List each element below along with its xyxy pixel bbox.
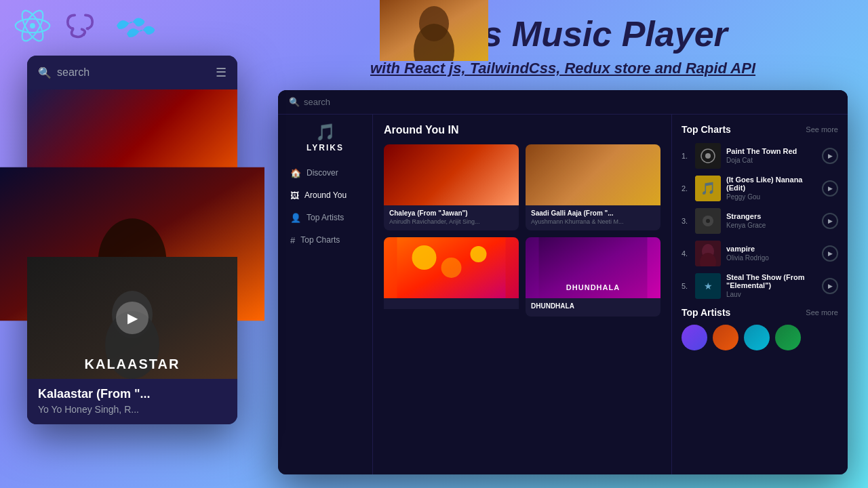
nav-top-charts-label: Top Charts	[300, 235, 340, 245]
logo-text: LYRIKS	[307, 143, 344, 152]
svg-point-24	[441, 258, 462, 278]
chart-num-5: 5.	[682, 282, 690, 290]
charts-panel: Top Charts See more 1. Paint The Tow	[671, 115, 848, 474]
artist-avatar-2[interactable]	[713, 325, 738, 350]
chart-item-1: 1. Paint The Town Red Doja Cat ▶	[682, 143, 838, 169]
chart-info-1: Paint The Town Red Doja Cat	[726, 147, 816, 164]
logo-area: 🎵 LYRIKS	[278, 123, 372, 163]
saadi-title: Saadi Galli Aaja (From "...	[531, 209, 655, 217]
svg-text:★: ★	[704, 281, 713, 291]
kalaastar-album-art: KALAASTAR ▶	[27, 257, 237, 379]
chart-play-1[interactable]: ▶	[822, 148, 838, 164]
app-window: 🔍 search 🎵 LYRIKS 🏠 Discover 🖼	[278, 90, 848, 474]
chart-info-5: Steal The Show (From "Elemental") Lauv	[726, 273, 816, 298]
dhundhala-title: DHUNDHALA	[531, 302, 655, 310]
chaleya-art: CHALEYA	[384, 144, 519, 205]
chart-artist-2: Peggy Gou	[726, 193, 816, 201]
chart-play-2[interactable]: ▶	[822, 180, 838, 197]
dhundhala-art: DHUNDHALA	[526, 237, 660, 298]
nav-discover[interactable]: 🏠 Discover	[283, 163, 367, 183]
chart-num-3: 3.	[682, 217, 690, 225]
top-artists-title: Top Artists	[682, 307, 730, 318]
chart-item-3: 3. Strangers Kenya Grace ▶	[682, 208, 838, 234]
svg-point-25	[471, 246, 487, 262]
chart-thumb-1	[695, 143, 721, 169]
top-charts-title: Top Charts	[682, 124, 731, 135]
song-card-dhundhala[interactable]: DHUNDHALA DHUNDHALA	[526, 237, 660, 317]
saadi-art	[526, 144, 660, 205]
nav-top-artists[interactable]: 👤 Top Artists	[283, 208, 367, 228]
artists-row	[682, 325, 838, 350]
search-placeholder: search	[304, 97, 330, 107]
strangers-album-art	[27, 89, 237, 211]
svg-text:KALAASTAR: KALAASTAR	[85, 357, 180, 371]
play-button[interactable]: ▶	[116, 302, 149, 334]
chart-artist-4: Olivia Rodrigo	[726, 254, 816, 262]
app-body: 🎵 LYRIKS 🏠 Discover 🖼 Around You 👤 Top A…	[278, 115, 848, 474]
svg-point-35	[706, 219, 710, 223]
around-you-icon: 🖼	[290, 190, 299, 201]
top-artists-icon: 👤	[290, 213, 301, 223]
app-search-bar[interactable]: 🔍 search	[289, 97, 330, 107]
nav-discover-label: Discover	[307, 168, 338, 178]
artist-avatar-1[interactable]	[682, 325, 707, 350]
chart-title-5: Steal The Show (From "Elemental")	[726, 273, 816, 289]
chart-thumb-4	[695, 241, 721, 266]
top-charts-icon: #	[290, 235, 295, 245]
chaleya-title: Chaleya (From "Jawan")	[389, 209, 513, 217]
song-card-saadi[interactable]: Saadi Galli Aaja (From "... Ayushmann Kh…	[526, 144, 660, 230]
charts-see-more[interactable]: See more	[806, 125, 838, 134]
chaleya-artist: Anirudh Ravichander, Arijit Sing...	[389, 218, 513, 225]
main-content: Around You IN	[373, 115, 671, 474]
songs-grid: CHALEYA Chaleya (From "Jawan") Anirudh R…	[384, 144, 660, 317]
chart-artist-5: Lauv	[726, 291, 816, 298]
svg-text:🎵: 🎵	[701, 181, 716, 196]
song-card-bottom1[interactable]	[384, 237, 519, 317]
dhundhala-info: DHUNDHALA	[526, 298, 660, 317]
svg-text:DHUNDHALA: DHUNDHALA	[566, 283, 620, 291]
saadi-artist: Ayushmann Khurrana & Neeti M...	[531, 218, 655, 225]
section-title: Around You IN	[384, 124, 660, 136]
app-top-bar: 🔍 search	[278, 90, 848, 115]
chart-info-2: (It Goes Like) Nanana (Edit) Peggy Gou	[726, 176, 816, 201]
discover-icon: 🏠	[290, 168, 301, 178]
chart-item-2: 2. 🎵 (It Goes Like) Nanana (Edit) Peggy …	[682, 176, 838, 201]
chart-title-3: Strangers	[726, 212, 816, 220]
chart-info-4: vampire Olivia Rodrigo	[726, 245, 816, 262]
chart-title-4: vampire	[726, 245, 816, 253]
chart-play-5[interactable]: ▶	[822, 278, 838, 294]
chart-num-1: 1.	[682, 152, 690, 160]
logo-icon: 🎵	[315, 123, 336, 142]
chart-info-3: Strangers Kenya Grace	[726, 212, 816, 229]
chart-title-1: Paint The Town Red	[726, 147, 816, 155]
chart-item-4: 4. vampire Olivia Rodrigo ▶	[682, 241, 838, 266]
left-panel: 🔍 search ☰	[0, 0, 264, 488]
chart-artist-3: Kenya Grace	[726, 222, 816, 229]
chart-item-5: 5. ★ Steal The Show (From "Elemental") L…	[682, 273, 838, 299]
chaleya-info: Chaleya (From "Jawan") Anirudh Ravichand…	[384, 205, 519, 230]
bottom1-info	[384, 298, 519, 309]
search-icon: 🔍	[289, 97, 300, 107]
sidebar: 🎵 LYRIKS 🏠 Discover 🖼 Around You 👤 Top A…	[278, 115, 373, 474]
song-card-chaleya[interactable]: CHALEYA Chaleya (From "Jawan") Anirudh R…	[384, 144, 519, 230]
chart-thumb-5: ★	[695, 273, 721, 299]
bottom1-art	[384, 237, 519, 298]
chart-play-4[interactable]: ▶	[822, 245, 838, 262]
chart-num-4: 4.	[682, 249, 690, 258]
artists-see-more[interactable]: See more	[806, 308, 838, 317]
nav-top-artists-label: Top Artists	[307, 213, 344, 222]
chart-thumb-3	[695, 208, 721, 234]
nav-around-you[interactable]: 🖼 Around You	[283, 186, 367, 205]
saadi-info: Saadi Galli Aaja (From "... Ayushmann Kh…	[526, 205, 660, 230]
charts-header: Top Charts See more	[682, 124, 838, 135]
mobile-mockup: 🔍 search ☰	[27, 56, 237, 424]
nav-top-charts[interactable]: # Top Charts	[283, 230, 367, 250]
artist-avatar-3[interactable]	[744, 325, 770, 350]
nav-around-you-label: Around You	[304, 190, 347, 200]
artist-avatar-4[interactable]	[775, 325, 801, 350]
chart-num-2: 2.	[682, 184, 690, 192]
chart-play-3[interactable]: ▶	[822, 213, 838, 229]
chart-artist-1: Doja Cat	[726, 157, 816, 164]
svg-point-23	[412, 245, 437, 270]
top-artists-header: Top Artists See more	[682, 307, 838, 318]
